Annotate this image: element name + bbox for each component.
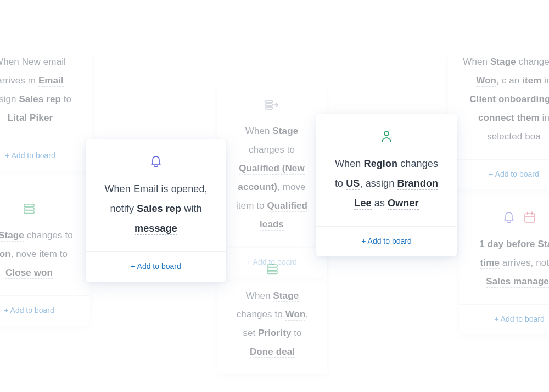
automation-rule-text: When New email arrives m Email assign Sa…	[0, 49, 92, 141]
bell-icon	[148, 154, 164, 169]
rule-segment: to	[291, 328, 301, 338]
add-to-board-button[interactable]: + Add to board	[0, 141, 92, 171]
rule-segment: Priority	[258, 328, 291, 339]
rule-segment: US	[346, 178, 360, 190]
rule-segment: as	[372, 198, 388, 209]
automation-card[interactable]: en Stage changes to Won, nove item to Cl…	[0, 187, 90, 326]
automation-card[interactable]: When Region changes to US, assign Brando…	[316, 114, 457, 256]
automation-card[interactable]: 1 day before Start time arrives, notify …	[459, 195, 549, 334]
rows-icon	[21, 201, 37, 216]
rule-segment: Region	[364, 158, 398, 170]
automation-card[interactable]: When New email arrives m Email assign Sa…	[0, 49, 92, 171]
rule-segment: , nove item to	[11, 249, 68, 259]
rule-segment: When	[335, 158, 364, 169]
rule-segment: Stage	[273, 290, 299, 302]
rule-segment: changes to	[249, 144, 295, 155]
rule-segment: Sales rep	[19, 94, 61, 105]
rule-segment: arrives, notify	[500, 257, 549, 268]
automation-card[interactable]: When Stage changes to Won, c an item in …	[448, 49, 549, 189]
rule-segment: Client onboarding	[469, 94, 549, 105]
add-to-board-button[interactable]: + Add to board	[86, 252, 226, 282]
rule-segment: in	[541, 75, 549, 86]
person-icon	[379, 128, 394, 144]
rule-segment: Stage	[490, 57, 516, 68]
add-to-board-button[interactable]: + Add to board	[448, 160, 549, 189]
rule-segment: assign	[0, 94, 19, 104]
rule-segment: m	[25, 75, 38, 86]
card-icon-row	[501, 195, 537, 232]
rule-segment: Won	[285, 309, 306, 321]
rule-segment: Won	[0, 249, 11, 260]
rule-segment: item	[522, 75, 541, 86]
automation-rule-text: When Stage changes to Qualified (New acc…	[217, 119, 327, 247]
card-icon-row	[264, 82, 279, 119]
rule-segment: changes to	[516, 57, 549, 67]
rule-segment: Qualified leads	[260, 200, 307, 231]
rows-icon	[265, 261, 280, 277]
add-to-board-button[interactable]: + Add to board	[459, 305, 549, 334]
rule-segment: connect them	[478, 113, 540, 124]
rows-arrow-icon	[264, 97, 279, 112]
calendar-icon	[522, 210, 537, 225]
rule-segment: Email	[38, 75, 64, 87]
rule-segment: , c an	[496, 75, 522, 86]
add-to-board-button[interactable]: + Add to board	[316, 227, 457, 256]
card-icon-row	[148, 139, 164, 176]
rule-segment: , assign	[360, 178, 397, 189]
rule-segment: changes to	[237, 309, 285, 320]
rule-segment: with	[181, 203, 202, 214]
card-icon-row	[265, 247, 280, 283]
rule-segment: Sales manager	[486, 276, 549, 288]
automation-rule-text: 1 day before Start time arrives, notify …	[459, 232, 549, 304]
rule-segment: Won	[476, 75, 496, 87]
automation-card[interactable]: When Email is opened, notify Sales rep w…	[86, 139, 226, 282]
rule-segment: Owner	[388, 198, 419, 210]
rule-segment: changes to	[24, 230, 73, 240]
card-icon-row	[21, 187, 37, 223]
rule-segment: Sales rep	[137, 203, 181, 215]
add-to-board-button[interactable]: + Add to board	[0, 296, 90, 326]
rule-segment: message	[135, 223, 177, 235]
rule-segment: When	[246, 290, 273, 301]
automation-card[interactable]: When Stage changes to Won, set Priority …	[217, 247, 327, 374]
rule-segment: Stage	[0, 230, 24, 242]
rule-segment: to	[61, 94, 71, 104]
rule-segment: Stage	[272, 126, 298, 137]
rule-segment: Done deal	[250, 346, 295, 358]
rule-segment: When	[463, 57, 490, 67]
card-icon-row	[379, 114, 394, 150]
automation-rule-text: When Region changes to US, assign Brando…	[316, 150, 457, 226]
bell-icon	[501, 210, 517, 225]
automation-rule-text: en Stage changes to Won, nove item to Cl…	[0, 223, 90, 295]
automation-rule-text: When Email is opened, notify Sales rep w…	[86, 176, 226, 251]
rule-segment: Lital Piker	[8, 113, 53, 124]
automation-rule-text: When Stage changes to Won, c an item in …	[448, 49, 549, 159]
automation-cards-stage: When New email arrives m Email assign Sa…	[0, 0, 549, 392]
automation-rule-text: When Stage changes to Won, set Priority …	[217, 283, 327, 374]
rule-segment: When	[245, 126, 273, 136]
rule-segment: Close won	[5, 267, 53, 279]
